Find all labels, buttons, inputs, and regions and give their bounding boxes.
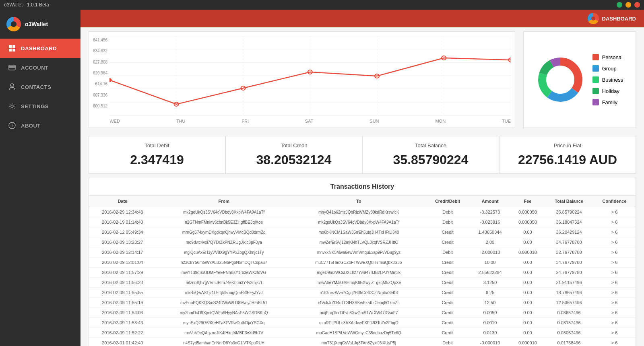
cell-fee: 0.00 (511, 268, 545, 278)
y-label-4: 620.984 (93, 71, 107, 75)
cell-date: 2016-02-09 11:55:19 (89, 298, 156, 308)
cell-fee: 0.00 (511, 318, 545, 328)
cell-date: 2016-02-09 11:53:43 (89, 318, 156, 328)
cell-amount: 2.00 (469, 237, 510, 247)
legend-item-holiday: Holiday (592, 88, 623, 94)
table-row: 2016-02-09 11:55:55 mkBxQwAS1jz1LETjkf5o… (89, 288, 636, 298)
logo-icon (6, 17, 21, 31)
cell-fee: 0.000010 (511, 338, 545, 346)
cell-fee: 0.00 (511, 288, 545, 298)
table-row: 2016-02-09 11:57:29 mwY1d9qSxUDMFYeEPNhB… (89, 268, 636, 278)
cell-type: Debit (426, 207, 470, 217)
sidebar-item-label: ABOUT (21, 123, 41, 129)
legend-color-family (592, 99, 599, 105)
svg-point-10 (12, 124, 12, 125)
cell-fee: 0.000050 (511, 207, 545, 217)
cell-to: muC77T5HaoGCZbFTWwEXQ8H7miuQbx3S3S (292, 257, 426, 268)
x-label-sun: SUN (369, 119, 379, 124)
line-chart (109, 36, 511, 116)
x-label-sat: SAT (305, 119, 314, 124)
legend-color-business (592, 76, 599, 83)
cell-date: 2016-02-09 12:01:04 (89, 257, 156, 268)
svg-point-6 (10, 84, 14, 87)
cell-fee: 0.00 (511, 257, 545, 268)
cell-amount: 3.1250 (469, 278, 510, 288)
cell-from: my2hmDuD9XjmtQWFu9HyyNAsE5WGSDBKpQ (156, 308, 292, 318)
y-axis-labels: 641.456 634.632 627.808 620.984 614.16 6… (93, 36, 107, 108)
stat-price-fiat: Price in Fiat 22756.1419 AUD (499, 136, 636, 174)
cell-amount: 1.43650344 (469, 227, 510, 237)
cell-from: mfznbBjh7gVVmJEfm74eKbua3Y4v2mjk7t (156, 278, 292, 288)
chart-legend-area: Personal Group Business (523, 31, 636, 128)
cell-to: mnvxkNK5Mwa6ewVmVmquLxap9FvVBug9yz (292, 247, 426, 257)
cell-from: mynSxQ29t769XeHFa8FVRwDpthDjaYSGXq (156, 318, 292, 328)
stat-credit-label: Total Credit (234, 142, 354, 148)
cell-type: Credit (426, 237, 470, 247)
legend-label-family: Family (602, 99, 617, 105)
legend-item-family: Family (592, 99, 623, 105)
legend-container: Personal Group Business (592, 54, 623, 105)
y-label-7: 600.512 (93, 104, 107, 108)
cell-balance: 34.76778780 (545, 237, 593, 247)
sidebar-item-dashboard[interactable]: DASHBOARD (0, 39, 80, 58)
sidebar: o3Wallet DASHBOARD ACCOUNT (0, 10, 80, 346)
cell-from: n23CkY56mGWxALB25NbPgoN5mDQTCopau7 (156, 257, 292, 268)
window-controls[interactable] (617, 2, 640, 8)
table-header-row: Date From To Credit/Debit Amount Fee Tot… (89, 196, 636, 207)
col-date: Date (89, 196, 156, 207)
chart-area: 641.456 634.632 627.808 620.984 614.16 6… (89, 31, 515, 128)
close-btn[interactable] (634, 2, 640, 8)
legend-label-personal: Personal (602, 54, 623, 60)
table-row: 2016-02-09 13:23:27 mo9dwc4vxi7QYDrZkPNZ… (89, 237, 636, 247)
cell-from: mo9dwc4vxi7QYDrZkPNZRUgJikic8pF3ya (156, 237, 292, 247)
table-row: 2016-02-09 12:14:17 mgiQcuAxEH1yVV8X9gYY… (89, 247, 636, 257)
cell-amount: 0.0130 (469, 328, 510, 338)
cell-from: mwY1d9qSxUDMFYeEPNhBsY1rb3eWXzfdVG (156, 268, 292, 278)
sidebar-item-about[interactable]: ABOUT (0, 116, 80, 135)
maximize-btn[interactable] (625, 2, 631, 8)
cell-amount: -2.000010 (469, 247, 510, 257)
cell-confidence: > 6 (593, 338, 636, 346)
cell-confidence: > 6 (593, 247, 636, 257)
cell-date: 2016-02-01 01:42:40 (89, 338, 156, 346)
sidebar-item-contacts[interactable]: CONTACTS (0, 77, 80, 97)
transactions-body: 2016-02-29 12:34:48 mk2goUkQs3SV64cVDbdy… (89, 207, 636, 346)
cell-type: Credit (426, 288, 470, 298)
chart-with-labels: 641.456 634.632 627.808 620.984 614.16 6… (93, 36, 511, 124)
stat-credit-value: 38.20532124 (234, 152, 354, 167)
cell-amount: 0.0050 (469, 308, 510, 318)
minimize-btn[interactable] (617, 2, 622, 8)
y-label-5: 614.16 (93, 82, 107, 86)
cell-balance: 36.18047524 (545, 217, 593, 227)
sidebar-logo: o3Wallet (0, 10, 80, 39)
svg-point-7 (11, 105, 13, 107)
sidebar-item-settings[interactable]: SETTINGS (0, 97, 80, 116)
table-row: 2016-02-09 11:55:19 mvEnoPQKKQSmS24DWxWL… (89, 298, 636, 308)
cell-confidence: > 6 (593, 268, 636, 278)
cell-balance: 0.03657496 (545, 308, 593, 318)
logo-text: o3Wallet (25, 21, 48, 27)
cell-balance: 0.01758496 (545, 338, 593, 346)
chart-canvas-wrapper: WED THU FRI SAT SUN MON TUE (109, 36, 511, 124)
cell-to: n1fGnezWva7Cgq2H35Cr8DCziNrpha3eK3 (292, 288, 426, 298)
transactions-section: Transactions History Date From To Credit… (89, 178, 636, 346)
cell-date: 2016-02-29 12:34:48 (89, 207, 156, 217)
grid-icon (8, 44, 16, 52)
svg-point-36 (550, 70, 570, 90)
cell-confidence: > 6 (593, 328, 636, 338)
gear-icon (8, 102, 16, 110)
col-credit-debit: Credit/Debit (426, 196, 470, 207)
sidebar-item-account[interactable]: ACCOUNT (0, 58, 80, 77)
table-row: 2016-02-29 12:34:48 mk2goUkQs3SV64cVDbdy… (89, 207, 636, 217)
y-label-6: 607.336 (93, 93, 107, 97)
cell-type: Credit (426, 268, 470, 278)
cell-date: 2016-02-09 11:55:55 (89, 288, 156, 298)
cell-to: r4VukJrZD4oTC4HXSKwEk5KzCemj6G7mZh (292, 298, 426, 308)
cell-type: Credit (426, 257, 470, 268)
cell-type: Credit (426, 308, 470, 318)
cell-date: 2016-02-12 05:49:34 (89, 227, 156, 237)
cell-from: mk2goUkQs3SV64cVDbdy8XxpW4FA9A1aTf (156, 207, 292, 217)
table-row: 2016-02-09 11:52:22 muVoV9cQAqzoeJtK4fHk… (89, 328, 636, 338)
cell-from: muVoV9cQAqzoeJtK4fHkqf4MBE3vXd5h7V (156, 328, 292, 338)
cell-date: 2016-02-09 11:54:03 (89, 308, 156, 318)
